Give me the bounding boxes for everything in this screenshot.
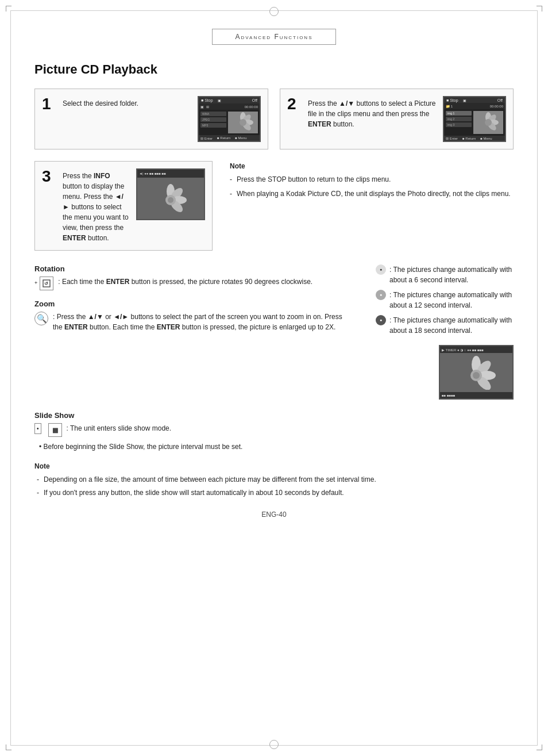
header-title: Advanced Functions: [236, 33, 313, 41]
step-3-enter: ENTER: [63, 234, 86, 242]
screen-2-return: ■ Return: [462, 137, 476, 140]
step-2-number: 2: [287, 96, 301, 112]
screen-1-menu-item-2: JPEG: [200, 117, 226, 122]
screen-1-menu-btn: ■ Menu: [235, 136, 246, 140]
interval-icon-3: ●: [376, 315, 386, 325]
step-3-screen: ◄| ●● ■■ ■■■ ■■: [136, 168, 205, 220]
step-3-screen-body: [137, 178, 204, 219]
screen-1-indicator: ▣: [218, 98, 221, 102]
zoom-content: 🔍 : Press the ▲/▼ or ◄/► buttons to sele…: [34, 312, 353, 332]
rotation-title: Rotation: [34, 264, 353, 273]
zoom-lr: ◄/►: [113, 313, 129, 321]
bottom-note-item-2: If you don't press any button, the slide…: [34, 488, 514, 498]
step-1-description: Select the desired folder.: [63, 99, 138, 108]
screen-2-menu-btn: ■ Menu: [480, 137, 492, 140]
interval-item-1: ● : The pictures change automatically wi…: [376, 264, 514, 285]
two-col-layout: Rotation + ↺ : Each time the ENTER butto…: [34, 264, 514, 400]
step-2-block: 2 Press the ▲/▼ buttons to select a Pict…: [280, 89, 514, 149]
slide-show-left: • ▦ : The unit enters slide show mode. •…: [34, 423, 514, 452]
slide-show-note-text: Before beginning the Slide Show, the pic…: [44, 443, 243, 451]
screen-2-time-val: 00:00:00: [490, 105, 503, 108]
svg-point-4: [240, 119, 246, 126]
note-item-1: Press the STOP button to return to the c…: [230, 174, 514, 185]
corner-tl: [6, 6, 11, 11]
screen-2-content: img 1 img 2 img 3: [444, 109, 505, 136]
note-box: Note Press the STOP button to return to …: [230, 161, 514, 204]
rotation-icon: ↺: [40, 277, 53, 290]
slide-show-note: • Before beginning the Slide Show, the p…: [34, 442, 514, 452]
small-screen-bottom-text: ■■ ■■■■: [442, 394, 455, 397]
small-screen-top: ▶ TIMER ● ◑ ○ ●● ■■ ■■■: [440, 346, 512, 353]
screen-1-topbar: ■ Stop ▣ Off: [199, 97, 260, 103]
interval-text-1: : The pictures change automatically with…: [389, 264, 514, 285]
col-left: Rotation + ↺ : Each time the ENTER butto…: [34, 264, 353, 400]
interval-icon-1: ●: [376, 264, 386, 275]
screen-1-bottombar: ⊞ Enter ■ Return ■ Menu: [199, 135, 260, 141]
screen-2-indicator: ▣: [463, 98, 466, 102]
screen-1-menu: WMA JPEG MP3: [200, 112, 226, 133]
step-1-number: 1: [42, 96, 56, 112]
screen-2-timebar: 📁 1 00:00:00: [444, 103, 505, 109]
screen-1-time: ⊞: [206, 105, 209, 109]
interval-bullet-list: ● : The pictures change automatically wi…: [376, 264, 514, 336]
col-right: ● : The pictures change automatically wi…: [376, 264, 514, 400]
rotation-plus: +: [34, 279, 37, 287]
screen-1-off: Off: [252, 98, 257, 102]
zoom-title: Zoom: [34, 300, 353, 308]
small-screen-bottom: ■■ ■■■■: [440, 392, 512, 399]
step-2-enter: ENTER: [308, 120, 331, 128]
screen-2-bottombar: ⊞ Enter ■ Return ■ Menu: [444, 136, 505, 141]
step-2-text: Press the ▲/▼ buttons to select a Pictur…: [308, 96, 436, 129]
step-1-block: 1 Select the desired folder. ■ Stop ▣ Of…: [34, 89, 268, 149]
screen-1-image: [228, 112, 258, 133]
interval-text-2: : The pictures change automatically with…: [389, 290, 514, 310]
screen-2-menu-item-2: img 2: [446, 117, 472, 121]
screen-2-flower: [477, 111, 500, 134]
step-3-number: 3: [42, 168, 56, 185]
zoom-enter2: ENTER: [157, 323, 180, 331]
note-title: Note: [230, 161, 514, 172]
small-screen-icons: ▶ TIMER ● ◑ ○ ●● ■■ ■■■: [442, 348, 484, 352]
zoom-section: Zoom 🔍 : Press the ▲/▼ or ◄/► buttons to…: [34, 300, 353, 332]
note-item-2: When playing a Kodak Picture CD, the uni…: [230, 189, 514, 199]
screen-1-icon: ▣: [200, 105, 204, 109]
zoom-icon-group: 🔍: [34, 312, 48, 325]
zoom-enter1: ENTER: [64, 323, 88, 331]
zoom-updown: ▲/▼: [88, 313, 103, 321]
interval-item-3: ● : The pictures change automatically wi…: [376, 315, 514, 336]
screen-2-image: [473, 111, 503, 134]
slide-show-row: • ▦ : The unit enters slide show mode. •…: [34, 423, 514, 452]
svg-point-9: [485, 119, 492, 126]
zoom-icon: 🔍: [34, 312, 48, 325]
screen-1-time-val: 00:00:00: [245, 105, 258, 109]
step-3-flower: [153, 183, 188, 214]
interval-text-3: : The pictures change automatically with…: [389, 315, 514, 336]
slide-show-title: Slide Show: [34, 411, 514, 420]
note-list: Press the STOP button to return to the c…: [230, 174, 514, 199]
bottom-note: Note Depending on a file size, the amoun…: [34, 461, 514, 499]
rotation-description: : Each time the ENTER button is pressed,…: [58, 277, 312, 287]
svg-text:↺: ↺: [44, 281, 48, 286]
step-3-block: 3 Press the INFO button to display the m…: [34, 161, 213, 251]
step-3-screen-icons: ◄| ●● ■■ ■■■ ■■: [139, 172, 166, 175]
rotation-icon-group: + ↺: [34, 277, 53, 290]
screen-2-folder: 📁 1: [446, 104, 453, 108]
screen-2-topbar: ■ Stop ▣ Off: [444, 97, 505, 103]
screen-1-flower: [232, 112, 254, 133]
step-3-text: Press the INFO button to display the men…: [63, 168, 129, 243]
slide-show-content: • ▦ : The unit enters slide show mode.: [34, 423, 514, 437]
bottom-note-title: Note: [34, 461, 514, 472]
rotation-svg: ↺: [42, 279, 51, 288]
screen-1-return: ■ Return: [217, 136, 230, 140]
center-bottom-circle: [269, 740, 279, 749]
screen-1-stop: ■ Stop: [201, 98, 213, 102]
slide-show-icon: ▦: [48, 423, 62, 437]
section-title: Picture CD Playback: [34, 62, 514, 77]
page-number: ENG-40: [34, 511, 514, 519]
step-3-screen-top: ◄| ●● ■■ ■■■ ■■: [137, 170, 204, 178]
step-3-info: INFO: [94, 172, 110, 180]
step-3-lr: ◄/►: [63, 193, 124, 211]
screen-1-menu-item-1: WMA: [200, 112, 226, 116]
slide-show-bullet: •: [34, 423, 41, 434]
zoom-description: : Press the ▲/▼ or ◄/► buttons to select…: [53, 312, 353, 332]
